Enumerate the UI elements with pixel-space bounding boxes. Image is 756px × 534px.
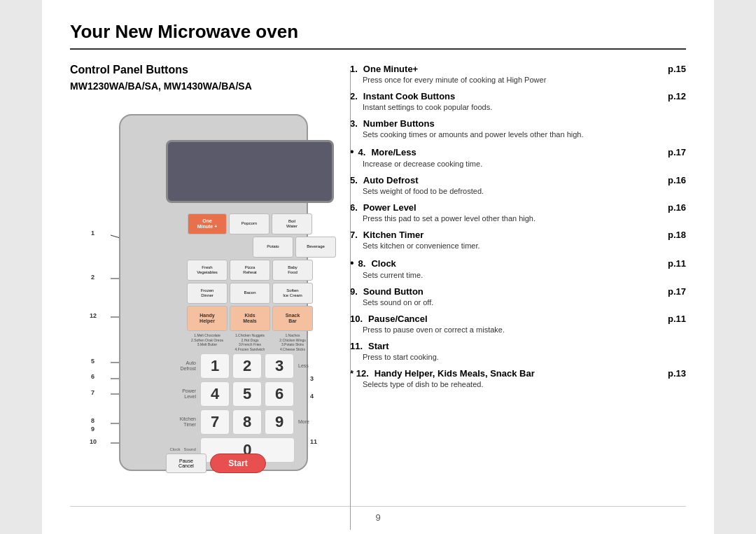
item-page-5: p.16 [668, 175, 686, 185]
start-button[interactable]: Start [210, 454, 266, 473]
item-title-9: Sound Button [363, 286, 424, 297]
callout-11: 11 [310, 438, 317, 445]
popcorn-button[interactable]: Popcorn [229, 213, 270, 234]
power-level-label: PowerLevel [168, 388, 196, 400]
num-5-button[interactable]: 5 [232, 381, 262, 407]
callout-4: 4 [310, 393, 314, 400]
soften-ice-cream-button[interactable]: SoftenIce Cream [272, 283, 313, 304]
one-minute-button[interactable]: OneMinute + [188, 213, 227, 234]
item-num-3: 3. [350, 118, 358, 129]
num-7-button[interactable]: 7 [200, 409, 230, 435]
num-2-button[interactable]: 2 [232, 353, 262, 379]
frozen-dinner-button[interactable]: FrozenDinner [187, 283, 227, 304]
button-row-1: OneMinute + Popcorn BoilWater [162, 213, 337, 234]
button-row-4: FrozenDinner Bacon SoftenIce Cream [162, 283, 337, 304]
more-label: More [298, 419, 318, 425]
potato-button[interactable]: Potato [253, 237, 293, 258]
callout-1: 1 [91, 230, 94, 237]
snack-bar-button[interactable]: SnackBar [272, 306, 313, 331]
item-page-1: p.15 [668, 64, 686, 74]
item-desc-11: Press to start cooking. [350, 353, 686, 361]
page: Your New Microwave oven Control Panel Bu… [42, 0, 714, 534]
item-num-4: 4. [358, 147, 366, 157]
num-3-button[interactable]: 3 [265, 353, 294, 379]
item-title-1: One Minute+ [363, 64, 418, 74]
item-num-6: 6. [350, 202, 358, 213]
item-title-7: Kitchen Timer [363, 230, 424, 240]
num-6-button[interactable]: 6 [265, 381, 294, 407]
item-num-10: 10. [350, 314, 363, 324]
item-title-11: Start [368, 341, 389, 351]
item-page-8: p.11 [668, 258, 686, 269]
item-title-4: More/Less [371, 147, 416, 157]
auto-defrost-label: AutoDefrost [168, 360, 196, 372]
right-panel: 1.One Minute+p.15Press once for every mi… [343, 64, 686, 492]
item-desc-4: Increase or decrease cooking time. [350, 160, 686, 168]
item-header-3: 3.Number Buttons [350, 118, 686, 129]
num-8-button[interactable]: 8 [232, 409, 262, 435]
section-title: Control Panel Buttons [70, 64, 329, 76]
pizza-reheat-button[interactable]: PizzaReheat [230, 260, 270, 281]
numpad: AutoDefrost 1 2 3 Less PowerLevel 4 5 6 [168, 353, 318, 465]
microwave-body: OneMinute + Popcorn BoilWater Potato Bev… [119, 114, 308, 471]
page-number: 9 [70, 506, 686, 523]
list-item-1: 1.One Minute+p.15Press once for every mi… [350, 64, 686, 84]
boil-water-button[interactable]: BoilWater [272, 213, 312, 234]
item-page-12: p.13 [668, 368, 686, 379]
callout-6: 6 [91, 373, 94, 380]
item-title-3: Number Buttons [363, 118, 435, 129]
callout-12: 12 [90, 312, 97, 319]
item-title-6: Power Level [363, 202, 416, 213]
item-desc-10: Press to pause oven or correct a mistake… [350, 325, 686, 334]
item-title-12: Handy Helper, Kids Meals, Snack Bar [374, 368, 535, 379]
item-desc-1: Press once for every minute of cooking a… [350, 76, 686, 84]
item-header-12: * 12.Handy Helper, Kids Meals, Snack Bar… [350, 368, 686, 379]
kids-meals-button[interactable]: KidsMeals [230, 306, 270, 331]
item-title-2: Instant Cook Buttons [363, 91, 455, 101]
item-num-11: 11. [350, 341, 363, 351]
handy-row: HandyHelper KidsMeals SnackBar [162, 306, 337, 331]
baby-food-button[interactable]: BabyFood [272, 260, 313, 281]
callout-7: 7 [91, 389, 94, 396]
item-header-1: 1.One Minute+p.15 [350, 64, 686, 74]
item-num-5: 5. [350, 175, 358, 185]
pause-cancel-button[interactable]: PauseCancel [166, 454, 206, 473]
item-num-7: 7. [350, 230, 358, 240]
num-1-button[interactable]: 1 [200, 353, 230, 379]
control-panel: OneMinute + Popcorn BoilWater Potato Bev… [162, 213, 337, 353]
list-item-5: 5.Auto Defrostp.16Sets weight of food to… [350, 175, 686, 195]
list-item-8: • 8.Clockp.11Sets current time. [350, 257, 686, 279]
item-header-2: 2.Instant Cook Buttonsp.12 [350, 91, 686, 101]
item-desc-8: Sets current time. [350, 271, 686, 279]
list-item-9: 9.Sound Buttonp.17Sets sound on or off. [350, 286, 686, 307]
item-num-1: 1. [350, 64, 358, 74]
less-label: Less [298, 363, 318, 369]
item-title-5: Auto Defrost [363, 175, 419, 185]
item-page-2: p.12 [668, 91, 686, 101]
item-page-6: p.16 [668, 202, 686, 213]
button-row-3: FreshVegetables PizzaReheat BabyFood [162, 260, 337, 281]
callout-3: 3 [310, 375, 314, 382]
item-header-9: 9.Sound Buttonp.17 [350, 286, 686, 297]
handy-helper-button[interactable]: HandyHelper [187, 306, 227, 331]
bacon-button[interactable]: Bacon [230, 283, 270, 304]
item-header-4: • 4.More/Lessp.17 [350, 146, 686, 158]
item-num-2: 2. [350, 91, 358, 101]
fresh-vegetables-button[interactable]: FreshVegetables [187, 260, 227, 281]
num-9-button[interactable]: 9 [265, 409, 294, 435]
list-item-4: • 4.More/Lessp.17Increase or decrease co… [350, 146, 686, 168]
beverage-button[interactable]: Beverage [295, 237, 336, 258]
item-list: 1.One Minute+p.15Press once for every mi… [350, 64, 686, 388]
handy-sub-row: 1.Melt Chocolate2.Soften Orak Oreos3.Mel… [162, 333, 337, 351]
list-item-6: 6.Power Levelp.16Press this pad to set a… [350, 202, 686, 223]
numpad-row-1: AutoDefrost 1 2 3 Less [168, 353, 318, 379]
numpad-row-2: PowerLevel 4 5 6 [168, 381, 318, 407]
item-header-7: 7.Kitchen Timerp.18 [350, 230, 686, 240]
list-item-3: 3.Number ButtonsSets cooking times or am… [350, 118, 686, 139]
left-panel: Control Panel Buttons MW1230WA/BA/SA, MW… [70, 64, 329, 492]
item-num-8: 8. [358, 258, 366, 269]
item-page-9: p.17 [668, 286, 686, 297]
item-desc-2: Instant settings to cook popular foods. [350, 103, 686, 111]
item-desc-6: Press this pad to set a power level othe… [350, 214, 686, 223]
num-4-button[interactable]: 4 [200, 381, 230, 407]
